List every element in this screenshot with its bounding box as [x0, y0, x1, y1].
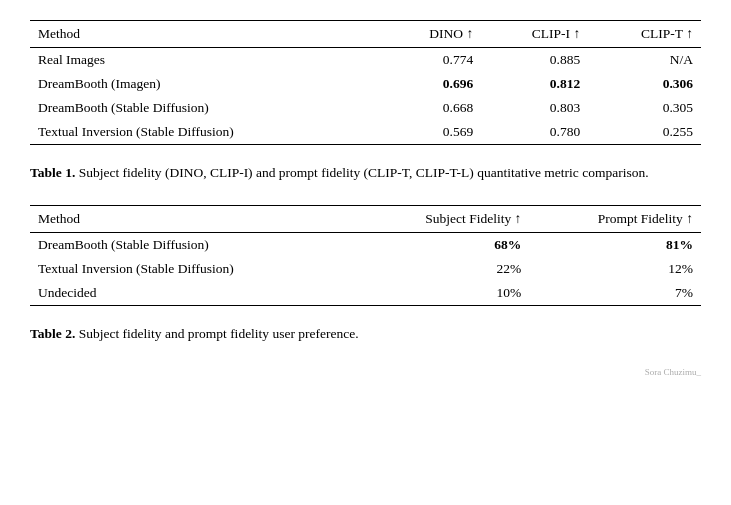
clipi-cell: 0.885 — [481, 48, 588, 73]
clipi-cell: 0.812 — [481, 72, 588, 96]
dino-cell: 0.668 — [382, 96, 481, 120]
prompt-cell: 7% — [529, 281, 701, 306]
dino-cell: 0.696 — [382, 72, 481, 96]
method-cell: Textual Inversion (Stable Diffusion) — [30, 120, 382, 145]
method-cell: DreamBooth (Stable Diffusion) — [30, 233, 357, 258]
table2-caption-text: Subject fidelity and prompt fidelity use… — [75, 326, 358, 341]
table2-caption: Table 2. Subject fidelity and prompt fid… — [30, 324, 701, 344]
clipt-cell: N/A — [588, 48, 701, 73]
method-cell: DreamBooth (Stable Diffusion) — [30, 96, 382, 120]
table1-container: Method DINO ↑ CLIP-I ↑ CLIP-T ↑ Real Ima… — [30, 20, 701, 145]
dino-cell: 0.569 — [382, 120, 481, 145]
table1: Method DINO ↑ CLIP-I ↑ CLIP-T ↑ Real Ima… — [30, 20, 701, 145]
table1-caption-prefix: Table 1. — [30, 165, 75, 180]
clipt-cell: 0.306 — [588, 72, 701, 96]
table1-col-dino: DINO ↑ — [382, 21, 481, 48]
table-row: Textual Inversion (Stable Diffusion) 0.5… — [30, 120, 701, 145]
clipi-cell: 0.780 — [481, 120, 588, 145]
table-row: DreamBooth (Stable Diffusion) 68% 81% — [30, 233, 701, 258]
table2-container: Method Subject Fidelity ↑ Prompt Fidelit… — [30, 205, 701, 306]
table1-col-clipt: CLIP-T ↑ — [588, 21, 701, 48]
clipt-cell: 0.305 — [588, 96, 701, 120]
table1-caption: Table 1. Subject fidelity (DINO, CLIP-I)… — [30, 163, 701, 183]
table-row: DreamBooth (Stable Diffusion) 0.668 0.80… — [30, 96, 701, 120]
method-cell: Real Images — [30, 48, 382, 73]
table1-col-clipi: CLIP-I ↑ — [481, 21, 588, 48]
method-cell: Textual Inversion (Stable Diffusion) — [30, 257, 357, 281]
table2-col-prompt: Prompt Fidelity ↑ — [529, 206, 701, 233]
dino-cell: 0.774 — [382, 48, 481, 73]
watermark: Sora Chuzimu_ — [30, 367, 701, 377]
clipi-cell: 0.803 — [481, 96, 588, 120]
table-row: DreamBooth (Imagen) 0.696 0.812 0.306 — [30, 72, 701, 96]
table-row: Undecided 10% 7% — [30, 281, 701, 306]
table2-col-subject: Subject Fidelity ↑ — [357, 206, 530, 233]
subject-cell: 10% — [357, 281, 530, 306]
table-row: Real Images 0.774 0.885 N/A — [30, 48, 701, 73]
table2-caption-prefix: Table 2. — [30, 326, 75, 341]
table2: Method Subject Fidelity ↑ Prompt Fidelit… — [30, 205, 701, 306]
table1-col-method: Method — [30, 21, 382, 48]
method-cell: Undecided — [30, 281, 357, 306]
table2-col-method: Method — [30, 206, 357, 233]
prompt-cell: 81% — [529, 233, 701, 258]
table-row: Textual Inversion (Stable Diffusion) 22%… — [30, 257, 701, 281]
subject-cell: 22% — [357, 257, 530, 281]
method-cell: DreamBooth (Imagen) — [30, 72, 382, 96]
prompt-cell: 12% — [529, 257, 701, 281]
table1-caption-text: Subject fidelity (DINO, CLIP-I) and prom… — [75, 165, 648, 180]
clipt-cell: 0.255 — [588, 120, 701, 145]
subject-cell: 68% — [357, 233, 530, 258]
